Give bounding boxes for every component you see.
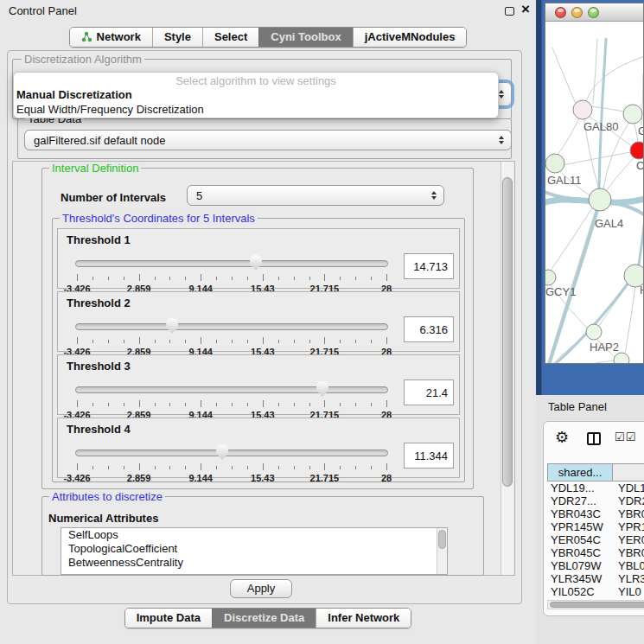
checkbox-icons[interactable]: ☑☑ — [615, 430, 636, 443]
scrollbar-thumb[interactable] — [438, 530, 446, 549]
threshold-value-field[interactable]: 11.344 — [404, 443, 454, 469]
column-header-name[interactable]: na — [613, 464, 644, 481]
slider-tick-labels: -3.4262.8599.14415.4321.71528 — [77, 473, 386, 483]
table-row[interactable]: YIL052CYIL0 — [547, 585, 644, 598]
threshold-row: Threshold 4 -3.4262.8599.14415.4321.7152… — [57, 418, 460, 478]
algorithm-option-manual[interactable]: Manual Discretization — [14, 87, 498, 102]
number-of-intervals-combobox[interactable]: 5 — [187, 185, 444, 206]
tab-discretize-data[interactable]: Discretize Data — [212, 609, 316, 628]
table-row[interactable]: YER054CYER0 — [547, 533, 644, 546]
slider-thumb[interactable] — [166, 318, 178, 334]
threshold-row: Threshold 1 -3.4262.8599.14415.4321.7152… — [57, 228, 460, 289]
network-svg[interactable]: GAL80GALCGAL11GAL4GCY1HHAP2 — [545, 22, 644, 364]
tab-infer-network[interactable]: Infer Network — [316, 609, 411, 628]
scrollbar-thumb[interactable] — [550, 602, 644, 608]
network-node-label: GCY1 — [545, 285, 576, 298]
slider-track[interactable] — [75, 323, 388, 330]
network-node[interactable] — [614, 353, 629, 364]
tab-jactivemnodules[interactable]: jActiveMNodules — [353, 28, 467, 47]
table-body: YDL19...YDL1YDR27...YDR2YBR043CYBR0YPR14… — [547, 481, 644, 598]
node-table: shared... na YDL19...YDL1YDR27...YDR2YBR… — [547, 463, 644, 598]
horizontal-scrollbar[interactable] — [547, 600, 644, 609]
threshold-value-field[interactable]: 6.316 — [404, 316, 454, 342]
table-row[interactable]: YDR27...YDR2 — [547, 494, 644, 507]
number-of-intervals-label: Number of Intervals — [61, 191, 166, 204]
network-node[interactable] — [573, 100, 592, 119]
network-node-label: GAL80 — [583, 120, 618, 133]
slider-track[interactable] — [75, 260, 388, 267]
list-item[interactable]: SelfLoops — [61, 528, 447, 542]
network-node-label: C — [636, 159, 644, 172]
threshold-label: Threshold 2 — [67, 296, 131, 309]
slider-thumb[interactable] — [316, 381, 328, 397]
slider-ticks — [77, 463, 386, 471]
tab-impute-data[interactable]: Impute Data — [125, 609, 212, 628]
column-layout-icon[interactable] — [587, 432, 601, 445]
threshold-value-field[interactable]: 21.4 — [404, 379, 454, 405]
attributes-listbox[interactable]: SelfLoopsTopologicalCoefficientBetweenne… — [61, 527, 448, 575]
network-node-label: GAL11 — [547, 174, 582, 187]
slider-thumb[interactable] — [216, 444, 228, 460]
table-row[interactable]: YBL079WYBL0 — [547, 559, 644, 572]
network-node[interactable] — [545, 270, 556, 285]
tab-network[interactable]: Network — [70, 28, 152, 47]
column-header-shared-name[interactable]: shared... — [548, 464, 613, 481]
table-row[interactable]: YLR345WYLR3 — [547, 572, 644, 585]
list-scrollbar[interactable] — [437, 528, 447, 574]
table-row[interactable]: YPR145WYPR1 — [547, 520, 644, 533]
table-panel: Table Panel ⚙ ☑☑ shared... na YDL19...YD… — [536, 395, 644, 644]
close-icon[interactable]: × — [521, 1, 530, 18]
table-row[interactable]: YDL19...YDL1 — [547, 481, 644, 494]
close-traffic-light-icon[interactable] — [555, 7, 566, 18]
threshold-label: Threshold 4 — [67, 423, 131, 436]
gear-icon[interactable]: ⚙ — [555, 428, 569, 447]
table-data-combo-value: galFiltered.sif default node — [25, 134, 165, 147]
table-header-row: shared... na — [547, 463, 644, 481]
combo-arrows-icon — [431, 191, 437, 200]
tab-cyni-toolbox[interactable]: Cyni Toolbox — [258, 28, 352, 47]
minimize-traffic-light-icon[interactable] — [571, 7, 583, 18]
numerical-attributes-label: Numerical Attributes — [48, 512, 158, 525]
combo-arrows-icon — [499, 90, 504, 99]
network-node[interactable] — [589, 188, 611, 211]
algorithm-dropdown-popup: Select algorithm to view settings Manual… — [13, 72, 499, 118]
panel-title: Control Panel — [9, 4, 77, 17]
tab-select[interactable]: Select — [202, 28, 258, 47]
bottom-tab-bar: Impute Data Discretize Data Infer Networ… — [0, 608, 536, 628]
threshold-label: Threshold 1 — [67, 233, 131, 246]
table-row[interactable]: YBR045CYBR0 — [547, 546, 644, 559]
threshold-label: Threshold 3 — [67, 360, 131, 373]
slider-track[interactable] — [75, 450, 388, 456]
intervals-combo-value: 5 — [188, 189, 202, 202]
network-window-titlebar — [545, 3, 643, 22]
threshold-list: Threshold 1 -3.4262.8599.14415.4321.7152… — [57, 228, 460, 481]
group-title: Interval Definition — [49, 162, 141, 175]
network-node[interactable] — [623, 105, 642, 124]
network-node[interactable] — [586, 324, 602, 340]
group-title: Threshold's Coordinates for 5 Intervals — [60, 212, 258, 225]
network-node-label: HAP2 — [590, 341, 619, 354]
table-row[interactable]: YBR043CYBR0 — [547, 507, 644, 520]
threshold-value-field[interactable]: 14.713 — [404, 253, 454, 279]
table-data-combobox[interactable]: galFiltered.sif default node — [24, 130, 512, 150]
slider-ticks — [77, 400, 386, 408]
network-node[interactable] — [630, 142, 644, 159]
list-item[interactable]: TopologicalCoefficient — [61, 542, 447, 556]
combo-arrows-icon — [499, 136, 504, 144]
slider-ticks — [77, 274, 386, 282]
screen: Control Panel × Network Style Select Cyn… — [0, 0, 644, 644]
vertical-scrollbar[interactable] — [501, 162, 513, 575]
network-node[interactable] — [545, 154, 564, 173]
scrollbar-thumb[interactable] — [502, 177, 513, 487]
slider-ticks — [77, 337, 386, 345]
network-node-label: H — [640, 284, 644, 296]
slider-track[interactable] — [75, 386, 388, 393]
zoom-traffic-light-icon[interactable] — [588, 7, 599, 18]
algorithm-option-equal-width[interactable]: Equal Width/Frequency Discretization — [14, 102, 498, 117]
network-view-window[interactable]: GAL80GALCGAL11GAL4GCY1HHAP2 — [545, 3, 644, 364]
list-item[interactable]: BetweennessCentrality — [61, 556, 447, 570]
slider-thumb[interactable] — [250, 255, 262, 271]
float-window-icon[interactable] — [505, 7, 514, 16]
tab-style[interactable]: Style — [152, 28, 202, 47]
apply-button[interactable]: Apply — [230, 579, 292, 598]
